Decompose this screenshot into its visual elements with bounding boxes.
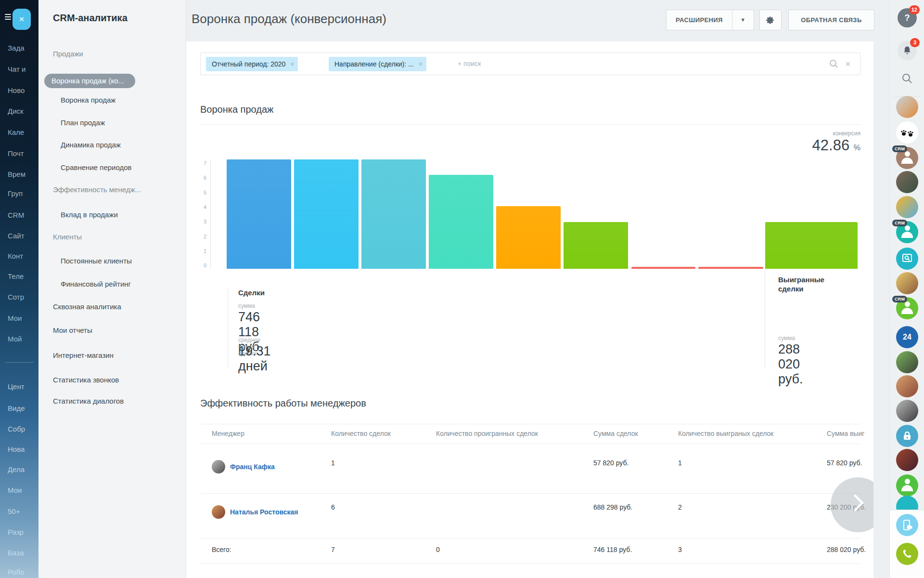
- notifications-button[interactable]: 3: [898, 41, 917, 60]
- sidebar-item[interactable]: Мой: [8, 335, 38, 343]
- mobile-cloud-button-icon[interactable]: [896, 514, 918, 536]
- panel-menu-item[interactable]: Интернет-магазин: [53, 351, 114, 359]
- panel-menu-item[interactable]: Воронка продаж: [61, 96, 116, 104]
- avatar-doc-search-icon[interactable]: [896, 248, 918, 270]
- avatar-photo-woman-dark[interactable]: [896, 171, 918, 193]
- funnel-bar[interactable]: [294, 159, 359, 269]
- sidebar-item[interactable]: Нова: [8, 445, 38, 453]
- scroll-right-button[interactable]: [831, 477, 873, 532]
- avatar-photo-abstract[interactable]: [896, 196, 918, 218]
- avatar-crm-person-brown[interactable]: CRM: [896, 147, 918, 169]
- sidebar-item[interactable]: Груп: [8, 189, 38, 197]
- extensions-dropdown-arrow-icon[interactable]: ▼: [732, 10, 754, 30]
- sidebar-item[interactable]: Сотр: [8, 293, 38, 301]
- crm-badge: CRM: [892, 145, 907, 152]
- filter-clear-icon[interactable]: ×: [845, 59, 850, 69]
- funnel-section-title: Воронка продаж: [200, 104, 273, 115]
- y-tick-label: 3: [192, 219, 206, 224]
- avatar-photo-worker[interactable]: [896, 96, 918, 118]
- avatar-person-green[interactable]: [896, 474, 918, 497]
- funnel-bar[interactable]: [765, 222, 858, 269]
- panel-menu-item[interactable]: Статистика диалогов: [53, 397, 124, 405]
- avatar-lock-icon[interactable]: [896, 425, 918, 447]
- manager-link[interactable]: Наталья Ростовская: [230, 508, 298, 516]
- filter-search-placeholder[interactable]: + поиск: [458, 60, 481, 67]
- panel-menu-item[interactable]: Мои отчеты: [53, 326, 92, 334]
- sidebar-item[interactable]: Мои: [8, 314, 38, 322]
- chip-close-icon[interactable]: ×: [419, 57, 423, 71]
- funnel-bar[interactable]: [698, 267, 763, 269]
- sidebar-item[interactable]: Робо: [8, 568, 38, 576]
- funnel-bar[interactable]: [227, 159, 291, 269]
- rail-search-icon[interactable]: [902, 73, 912, 84]
- conversion-label: конверсия: [833, 130, 860, 137]
- avatar-photo-woman-red[interactable]: [896, 449, 918, 471]
- avatar-paw-prints-icon[interactable]: [896, 121, 918, 144]
- extensions-split-button[interactable]: РАСШИРЕНИЯ ▼: [666, 10, 754, 30]
- panel-menu-item: Продажи: [53, 50, 83, 58]
- avatar-photo-woman-blonde[interactable]: [896, 375, 918, 397]
- panel-menu-item[interactable]: Постоянные клиенты: [61, 257, 132, 265]
- sidebar-item[interactable]: Дела: [8, 465, 38, 473]
- sidebar-item[interactable]: Чат и: [8, 65, 38, 73]
- sidebar-item[interactable]: Собр: [8, 425, 38, 433]
- sidebar-item[interactable]: Мои: [8, 486, 38, 494]
- avatar-photo-kafka[interactable]: [896, 400, 918, 422]
- avatar-24[interactable]: 24: [896, 326, 918, 348]
- sidebar-item[interactable]: 50+: [8, 507, 38, 515]
- sidebar-item[interactable]: Кале: [8, 128, 38, 136]
- filter-chip-direction[interactable]: Направление (сделки): ... ×: [329, 57, 426, 71]
- funnel-bar[interactable]: [631, 267, 695, 269]
- chevron-right-icon: [847, 494, 864, 512]
- table-cell: 2: [678, 503, 682, 511]
- avatar-photo-man-green[interactable]: [896, 351, 918, 373]
- avatar-cartoon-blonde[interactable]: [896, 272, 918, 294]
- sidebar-item[interactable]: Сайт: [8, 232, 38, 240]
- manager-link[interactable]: Франц Кафка: [230, 463, 275, 471]
- sidebar-item[interactable]: CRM: [8, 211, 38, 219]
- sidebar-close-button[interactable]: ×: [13, 9, 31, 30]
- panel-menu-item[interactable]: Статистика звонков: [53, 376, 119, 384]
- extensions-button[interactable]: РАСШИРЕНИЯ: [667, 10, 732, 30]
- sidebar-item[interactable]: Почт: [8, 149, 38, 158]
- panel-menu-item[interactable]: Вклад в продажи: [61, 210, 118, 219]
- sidebar-item[interactable]: Разр: [8, 528, 38, 536]
- sidebar-item[interactable]: Цент: [8, 382, 38, 391]
- filter-bar[interactable]: Отчетный период: 2020 × Направление (сде…: [200, 53, 860, 75]
- panel-title: CRM-аналитика: [53, 13, 128, 24]
- panel-menu-item[interactable]: Динамика продаж: [61, 141, 121, 149]
- sidebar-item[interactable]: Конт: [8, 252, 38, 260]
- sidebar-item[interactable]: Теле: [8, 272, 38, 280]
- sidebar-item[interactable]: Ново: [8, 86, 38, 94]
- avatar-crm-person-teal[interactable]: CRM: [896, 221, 918, 243]
- funnel-bar[interactable]: [496, 206, 561, 269]
- hamburger-menu-icon[interactable]: [5, 14, 11, 20]
- funnel-bar[interactable]: [564, 222, 628, 269]
- funnel-bar[interactable]: [429, 175, 493, 269]
- panel-menu-item[interactable]: Финансовый рейтинг: [61, 280, 131, 288]
- feedback-button[interactable]: ОБРАТНАЯ СВЯЗЬ: [788, 10, 874, 30]
- sidebar-item[interactable]: Врем: [8, 170, 38, 178]
- panel-menu-item[interactable]: Воронка продаж (ко...: [44, 74, 135, 88]
- sidebar-item[interactable]: Диск: [8, 107, 38, 115]
- avatar-crm-person-green[interactable]: CRM: [896, 297, 918, 319]
- settings-gear-button[interactable]: [759, 10, 782, 30]
- manager-avatar[interactable]: [212, 460, 225, 473]
- help-button[interactable]: ? 12: [898, 8, 917, 27]
- panel-menu-item[interactable]: Сквозная аналитика: [53, 302, 121, 311]
- page-title: Воронка продаж (конверсионная): [192, 12, 386, 26]
- sidebar-item[interactable]: Виде: [8, 404, 38, 412]
- phone-button-icon[interactable]: [896, 543, 918, 565]
- table-column-header: Сумма сделок: [593, 430, 638, 437]
- panel-menu-item[interactable]: План продаж: [61, 118, 105, 127]
- search-icon[interactable]: [829, 59, 838, 68]
- filter-chip-period[interactable]: Отчетный период: 2020 ×: [206, 57, 298, 71]
- table-cell: 688 298 руб.: [593, 503, 632, 511]
- chip-close-icon[interactable]: ×: [290, 57, 294, 71]
- funnel-bar[interactable]: [361, 159, 426, 269]
- manager-avatar[interactable]: [212, 505, 225, 519]
- panel-menu-item[interactable]: Сравнение периодов: [61, 163, 132, 171]
- sidebar-item[interactable]: Зада: [8, 44, 38, 52]
- y-tick-label: 2: [192, 234, 206, 239]
- sidebar-item[interactable]: База: [8, 549, 38, 557]
